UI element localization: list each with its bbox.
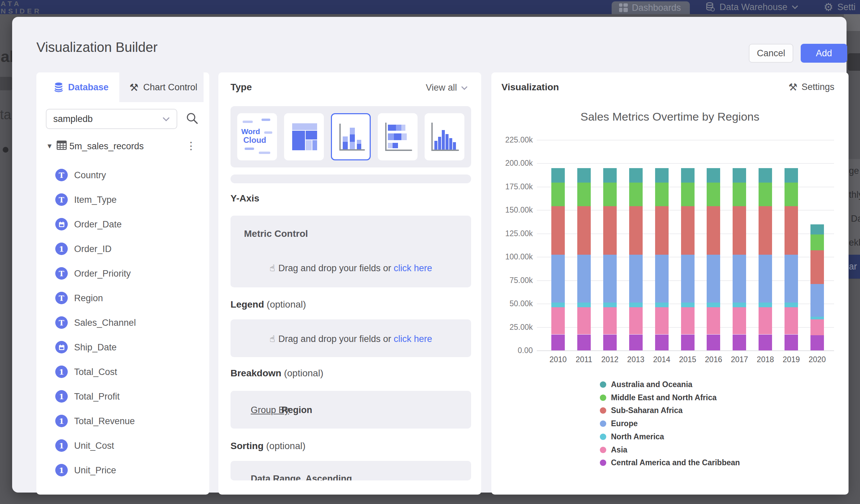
legend-item[interactable]: Sub-Saharan Africa	[600, 406, 683, 415]
bar-segment-2017[interactable]	[733, 183, 746, 206]
nav-item-data-warehouse[interactable]: Data Warehouse	[705, 0, 798, 14]
field-item-unit_cost[interactable]: 1Unit_Cost	[37, 433, 209, 458]
cancel-button[interactable]: Cancel	[749, 44, 793, 63]
table-tree-item[interactable]: ▾ 5m_sales_records ⋮	[37, 140, 209, 155]
tab-database[interactable]: Database	[37, 72, 119, 102]
bar-segment-2018[interactable]	[759, 303, 772, 307]
bar-segment-2016[interactable]	[707, 183, 720, 206]
bar-segment-2017[interactable]	[733, 334, 746, 351]
metric-control-dropzone[interactable]: Metric Control ☝Drag and drop your field…	[230, 216, 471, 287]
bar-segment-2019[interactable]	[785, 307, 798, 334]
bar-segment-2017[interactable]	[733, 303, 746, 307]
bar-segment-2016[interactable]	[707, 334, 720, 351]
bar-segment-2019[interactable]	[785, 183, 798, 206]
bar-segment-2013[interactable]	[629, 206, 643, 255]
bar-segment-2016[interactable]	[707, 303, 720, 307]
chart-type-stacked-column[interactable]	[331, 113, 371, 160]
bar-segment-2015[interactable]	[681, 183, 694, 206]
bar-segment-2013[interactable]	[629, 183, 643, 206]
bar-segment-2019[interactable]	[785, 255, 798, 303]
view-all-dropdown[interactable]: View all	[426, 83, 468, 93]
field-item-unit_price[interactable]: 1Unit_Price	[37, 458, 209, 483]
bar-segment-2011[interactable]	[577, 255, 591, 303]
bar-segment-2019[interactable]	[785, 168, 798, 183]
field-item-country[interactable]: TCountry	[37, 163, 209, 187]
field-item-region[interactable]: TRegion	[37, 286, 209, 310]
bar-segment-2015[interactable]	[681, 168, 694, 183]
bar-segment-2018[interactable]	[759, 183, 772, 206]
bar-segment-2015[interactable]	[681, 307, 694, 334]
bar-segment-2010[interactable]	[551, 255, 565, 303]
bar-segment-2020[interactable]	[811, 250, 824, 284]
click-here-link[interactable]: click here	[393, 334, 432, 344]
kebab-menu-icon[interactable]: ⋮	[186, 140, 196, 152]
sorting-dropzone[interactable]: Data Range Ascending	[230, 461, 471, 480]
bar-segment-2010[interactable]	[551, 303, 565, 307]
bar-segment-2013[interactable]	[629, 168, 643, 183]
click-here-link[interactable]: click here	[393, 263, 432, 273]
bar-segment-2020[interactable]	[811, 284, 824, 317]
bar-segment-2018[interactable]	[759, 168, 772, 183]
add-button[interactable]: Add	[801, 44, 847, 63]
legend-item[interactable]: Asia	[600, 445, 628, 455]
bar-segment-2012[interactable]	[603, 303, 617, 307]
bar-segment-2011[interactable]	[577, 168, 591, 183]
bar-segment-2014[interactable]	[655, 255, 669, 303]
bar-segment-2016[interactable]	[707, 255, 720, 303]
field-item-ship_date[interactable]: Ship_Date	[37, 335, 209, 359]
field-item-total_cost[interactable]: 1Total_Cost	[37, 359, 209, 384]
bar-segment-2010[interactable]	[551, 307, 565, 334]
bar-segment-2012[interactable]	[603, 334, 617, 351]
nav-item-dashboards[interactable]: Dashboards	[612, 1, 690, 14]
bar-segment-2013[interactable]	[629, 303, 643, 307]
bar-segment-2015[interactable]	[681, 334, 694, 351]
legend-item[interactable]: Middle East and North Africa	[600, 393, 717, 402]
bar-segment-2012[interactable]	[603, 183, 617, 206]
bar-segment-2016[interactable]	[707, 168, 720, 183]
legend-dropzone[interactable]: ☝Drag and drop your fields or click here	[230, 319, 471, 357]
bar-segment-2011[interactable]	[577, 334, 591, 351]
bar-segment-2018[interactable]	[759, 206, 772, 255]
tab-chart-control[interactable]: ⚒ Chart Control	[119, 72, 203, 102]
field-item-total_revenue[interactable]: 1Total_Revenue	[37, 409, 209, 433]
bar-segment-2011[interactable]	[577, 206, 591, 255]
bar-segment-2010[interactable]	[551, 334, 565, 351]
bar-segment-2016[interactable]	[707, 307, 720, 334]
bar-segment-2012[interactable]	[603, 255, 617, 303]
bar-segment-2017[interactable]	[733, 168, 746, 183]
datasource-select[interactable]: sampledb	[46, 109, 177, 129]
bar-segment-2020[interactable]	[811, 335, 824, 350]
bar-segment-2013[interactable]	[629, 307, 643, 334]
chart-type-treemap[interactable]	[284, 113, 324, 160]
bar-segment-2012[interactable]	[603, 206, 617, 255]
bar-segment-2019[interactable]	[785, 303, 798, 307]
bar-segment-2018[interactable]	[759, 307, 772, 334]
bar-segment-2020[interactable]	[811, 225, 824, 234]
bar-segment-2015[interactable]	[681, 303, 694, 307]
field-item-order_id[interactable]: 1Order_ID	[37, 236, 209, 261]
bar-segment-2010[interactable]	[551, 183, 565, 206]
bar-segment-2017[interactable]	[733, 206, 746, 255]
bar-segment-2018[interactable]	[759, 255, 772, 303]
chart-type-word-cloud[interactable]: Word Cloud	[237, 113, 277, 160]
bar-segment-2016[interactable]	[707, 206, 720, 255]
bar-segment-2012[interactable]	[603, 307, 617, 334]
bar-segment-2013[interactable]	[629, 255, 643, 303]
bar-segment-2014[interactable]	[655, 307, 669, 334]
search-icon[interactable]	[185, 112, 199, 125]
legend-item[interactable]: North America	[600, 432, 664, 441]
bar-segment-2011[interactable]	[577, 307, 591, 334]
group-by-value[interactable]: Region	[282, 405, 312, 415]
field-item-order_priority[interactable]: TOrder_Priority	[37, 261, 209, 286]
bar-segment-2014[interactable]	[655, 334, 669, 351]
chart-type-column[interactable]	[425, 113, 464, 160]
field-item-item_type[interactable]: TItem_Type	[37, 187, 209, 212]
bar-segment-2018[interactable]	[759, 334, 772, 351]
bar-segment-2020[interactable]	[811, 319, 824, 335]
horizontal-scrollbar[interactable]	[230, 174, 471, 183]
bar-segment-2011[interactable]	[577, 183, 591, 206]
bar-segment-2010[interactable]	[551, 168, 565, 183]
bar-segment-2019[interactable]	[785, 206, 798, 255]
bar-segment-2012[interactable]	[603, 168, 617, 183]
bar-segment-2014[interactable]	[655, 168, 669, 183]
